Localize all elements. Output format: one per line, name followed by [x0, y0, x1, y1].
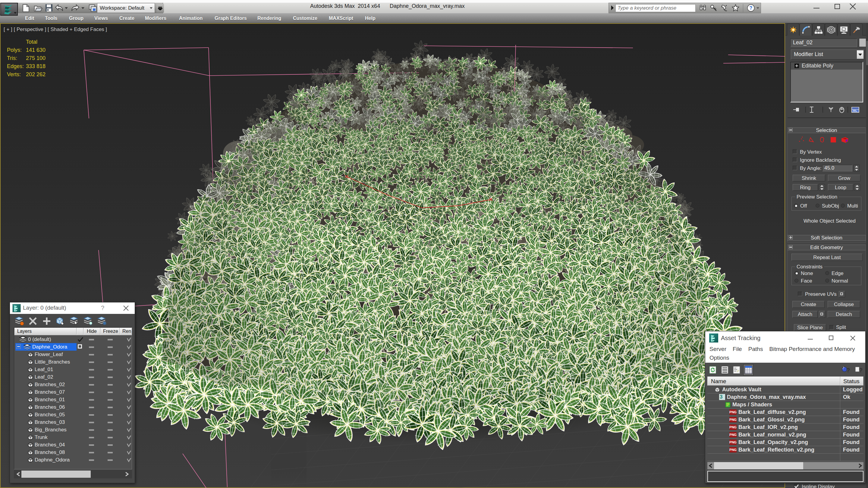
svg-text:?: ? — [749, 5, 752, 10]
svg-text:?: ? — [859, 367, 863, 373]
svg-text:?: ? — [846, 367, 850, 373]
